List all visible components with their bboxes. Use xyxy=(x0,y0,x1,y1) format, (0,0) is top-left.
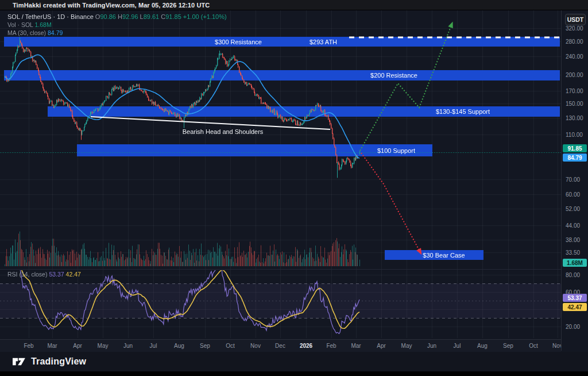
price-tick: 280.00 xyxy=(566,38,583,44)
price-tick: 130.00 xyxy=(566,114,583,121)
time-axis-label: Apr xyxy=(377,343,386,349)
rsi-value-badge: 53.37 xyxy=(563,294,587,302)
band-label-support-100[interactable]: $100 Support xyxy=(377,147,415,154)
rsi-legend-row[interactable]: RSI (14, close) 53.37 42.47 xyxy=(7,271,81,278)
pane-separator[interactable] xyxy=(0,269,561,270)
band-label-resistance-300[interactable]: $300 Resistance xyxy=(215,39,262,45)
time-axis-label: Oct xyxy=(529,343,538,349)
time-axis-label: Mar xyxy=(47,343,57,349)
time-axis-label: Aug xyxy=(477,343,488,349)
close-price-badge: 91.85 xyxy=(563,144,587,152)
rsi-label: RSI (14, close) xyxy=(7,271,47,278)
band-label-support-130-145[interactable]: $130-$145 Support xyxy=(436,108,490,115)
line-label-neckline[interactable]: Bearish Head and Shoulders xyxy=(183,128,264,135)
price-tick: 38.00 xyxy=(566,237,580,243)
rsi-ma-badge: 42.47 xyxy=(563,303,587,311)
high-label: H xyxy=(118,13,122,20)
time-axis-label: Feb xyxy=(24,343,33,349)
symbol-legend-row[interactable]: SOL / TetherUS · 1D · Binance O90.86 H92… xyxy=(7,13,227,21)
price-tick: 33.50 xyxy=(566,250,580,256)
high-value: 92.96 xyxy=(122,13,138,20)
rsi-tick: 20.00 xyxy=(566,324,580,330)
tradingview-logo-icon[interactable] xyxy=(13,356,26,367)
time-axis-label: Oct xyxy=(226,343,235,349)
time-axis-label: Apr xyxy=(73,343,82,349)
time-axis-label: Jun xyxy=(427,343,436,349)
time-axis-label: Sep xyxy=(503,343,513,349)
band-label-bear-case-30[interactable]: $30 Bear Case xyxy=(423,252,465,259)
price-tick: 110.00 xyxy=(566,131,583,137)
symbol-title[interactable]: SOL / TetherUS · 1D · Binance xyxy=(7,13,94,20)
time-axis-label: Nov xyxy=(552,343,561,349)
low-value: 89.61 xyxy=(144,13,160,20)
time-axis-label: Jul xyxy=(454,343,461,349)
time-axis-label: Jun xyxy=(123,343,133,349)
time-axis-label: Sep xyxy=(200,343,210,349)
time-axis-label: Mar xyxy=(351,343,361,349)
time-axis-label: May xyxy=(98,343,109,349)
price-scale[interactable]: USDT 320.00280.00240.00200.00170.00150.0… xyxy=(561,10,588,351)
change-value: +1.00 (+1.10%) xyxy=(183,13,227,20)
band-label-resistance-300[interactable]: $293 ATH xyxy=(310,39,337,45)
rsi-tick: 80.00 xyxy=(566,272,580,278)
time-axis-label: Feb xyxy=(326,343,336,349)
time-axis[interactable]: FebMarAprMayJunJulAugSepOctNovDec2026Feb… xyxy=(0,339,561,352)
ma-legend-row[interactable]: MA (30, close) 84.79 xyxy=(7,29,227,37)
volume-badge: 1.68M xyxy=(563,259,587,267)
currency-button[interactable]: USDT xyxy=(565,14,586,25)
volume-value: 1.68M xyxy=(34,21,51,28)
price-tick: 200.00 xyxy=(566,72,583,78)
attribution-bar: TimHakki created with TradingView.com, M… xyxy=(0,0,588,10)
price-tick: 150.00 xyxy=(566,100,583,106)
tradingview-logo-text[interactable]: TradingView xyxy=(31,356,86,367)
tradingview-chart-window: TimHakki created with TradingView.com, M… xyxy=(0,0,588,376)
time-axis-label: Dec xyxy=(275,343,285,349)
time-axis-label: May xyxy=(401,343,412,349)
time-axis-label: Aug xyxy=(174,343,184,349)
price-tick: 70.00 xyxy=(566,176,580,182)
close-value: 91.85 xyxy=(165,13,181,20)
price-tick: 170.00 xyxy=(566,88,583,94)
ma-value: 84.79 xyxy=(48,29,63,36)
price-tick: 52.00 xyxy=(566,206,580,212)
ma-value-badge: 84.79 xyxy=(563,154,587,162)
price-tick: 60.00 xyxy=(566,191,580,198)
rsi-value: 53.37 xyxy=(49,271,64,278)
attribution-text: TimHakki created with TradingView.com, M… xyxy=(13,2,210,9)
volume-label: Vol · SOL xyxy=(7,21,33,28)
chart-canvas[interactable] xyxy=(0,0,588,376)
chart-legend: SOL / TetherUS · 1D · Binance O90.86 H92… xyxy=(7,13,227,37)
volume-legend-row[interactable]: Vol · SOL 1.68M xyxy=(7,21,227,29)
time-axis-label: Nov xyxy=(250,343,261,349)
ma-label: MA (30, close) xyxy=(7,29,46,36)
bottom-bar xyxy=(0,371,588,376)
price-tick: 320.00 xyxy=(566,25,583,31)
price-tick: 44.00 xyxy=(566,222,580,229)
band-label-resistance-200[interactable]: $200 Resistance xyxy=(370,72,417,79)
time-axis-label: 2026 xyxy=(300,343,312,349)
rsi-ma-value: 42.47 xyxy=(66,271,81,278)
time-axis-label: Jul xyxy=(150,343,157,349)
open-value: 90.86 xyxy=(100,13,116,20)
price-tick: 240.00 xyxy=(566,53,583,60)
footer-bar: TradingView xyxy=(0,352,588,371)
